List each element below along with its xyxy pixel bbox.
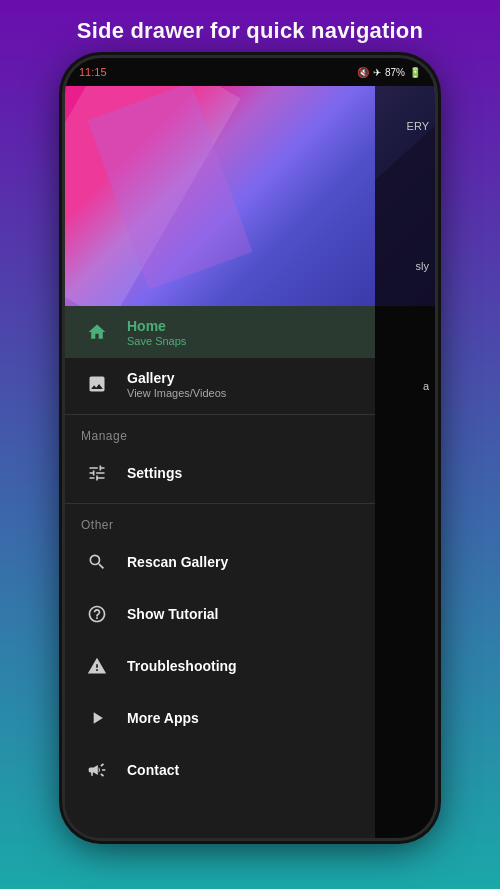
gallery-label: Gallery xyxy=(127,370,226,386)
home-icon xyxy=(81,316,113,348)
tutorial-label: Show Tutorial xyxy=(127,606,219,622)
nav-item-moreapps[interactable]: More Apps xyxy=(65,692,375,744)
drawer-body: Home Save Snaps Gallery View Images/Vide… xyxy=(65,306,375,838)
troubleshoot-nav-texts: Troubleshooting xyxy=(127,658,237,674)
gallery-nav-texts: Gallery View Images/Videos xyxy=(127,370,226,399)
megaphone-icon xyxy=(81,754,113,786)
nav-item-troubleshoot[interactable]: Troubleshooting xyxy=(65,640,375,692)
gallery-icon xyxy=(81,368,113,400)
rescan-label: Rescan Gallery xyxy=(127,554,228,570)
tutorial-nav-texts: Show Tutorial xyxy=(127,606,219,622)
help-icon xyxy=(81,598,113,630)
home-sublabel: Save Snaps xyxy=(127,335,186,347)
play-icon xyxy=(81,702,113,734)
gallery-sublabel: View Images/Videos xyxy=(127,387,226,399)
mute-icon: 🔇 xyxy=(357,67,369,78)
battery-icon: 🔋 xyxy=(409,67,421,78)
nav-item-tutorial[interactable]: Show Tutorial xyxy=(65,588,375,640)
moreapps-nav-texts: More Apps xyxy=(127,710,199,726)
nav-item-home[interactable]: Home Save Snaps xyxy=(65,306,375,358)
nav-item-settings[interactable]: Settings xyxy=(65,447,375,499)
drawer-header-image xyxy=(65,86,375,306)
status-bar: 11:15 🔇 ✈ 87% 🔋 xyxy=(65,58,435,86)
rescan-nav-texts: Rescan Gallery xyxy=(127,554,228,570)
battery-text: 87% xyxy=(385,67,405,78)
moreapps-label: More Apps xyxy=(127,710,199,726)
home-label: Home xyxy=(127,318,186,334)
side-drawer: Home Save Snaps Gallery View Images/Vide… xyxy=(65,86,375,838)
divider-1 xyxy=(65,414,375,415)
contact-nav-texts: Contact xyxy=(127,762,179,778)
manage-section-label: Manage xyxy=(65,419,375,447)
screen-content: ERY sly a Home Save Snaps xyxy=(65,86,435,838)
home-nav-texts: Home Save Snaps xyxy=(127,318,186,347)
screen-text-sly: sly xyxy=(410,256,435,276)
screen-right-overlay: ERY sly a xyxy=(375,86,435,838)
search-icon xyxy=(81,546,113,578)
warning-icon xyxy=(81,650,113,682)
contact-label: Contact xyxy=(127,762,179,778)
screen-text-a: a xyxy=(417,376,435,396)
divider-2 xyxy=(65,503,375,504)
phone-frame: 11:15 🔇 ✈ 87% 🔋 ERY sly a xyxy=(65,58,435,838)
status-icons: 🔇 ✈ 87% 🔋 xyxy=(357,67,421,78)
nav-item-contact[interactable]: Contact xyxy=(65,744,375,796)
settings-nav-texts: Settings xyxy=(127,465,182,481)
screen-text-ery: ERY xyxy=(401,116,435,136)
airplane-icon: ✈ xyxy=(373,67,381,78)
settings-label: Settings xyxy=(127,465,182,481)
nav-item-gallery[interactable]: Gallery View Images/Videos xyxy=(65,358,375,410)
status-time: 11:15 xyxy=(79,66,107,78)
page-title: Side drawer for quick navigation xyxy=(57,0,443,58)
other-section-label: Other xyxy=(65,508,375,536)
troubleshoot-label: Troubleshooting xyxy=(127,658,237,674)
nav-item-rescan[interactable]: Rescan Gallery xyxy=(65,536,375,588)
settings-icon xyxy=(81,457,113,489)
